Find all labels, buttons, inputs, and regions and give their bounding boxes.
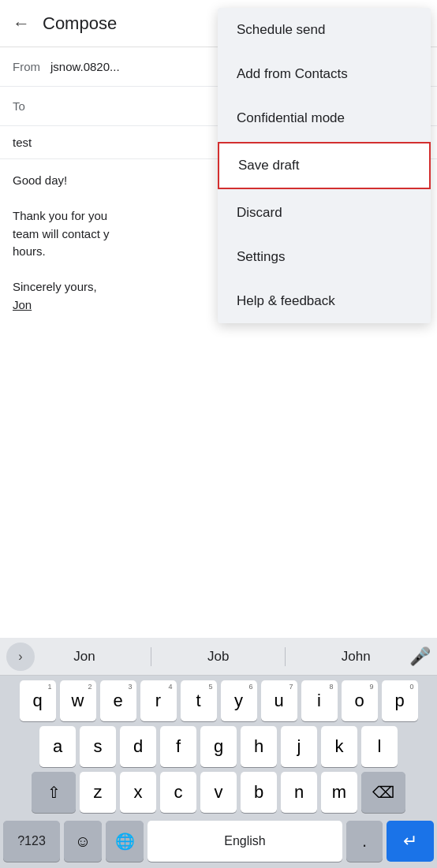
space-key[interactable]: English — [148, 821, 342, 862]
key-j[interactable]: j — [281, 726, 317, 767]
dropdown-menu: Schedule send Add from Contacts Confiden… — [218, 8, 431, 323]
key-q[interactable]: 1q — [20, 680, 56, 721]
key-s[interactable]: s — [80, 726, 116, 767]
keyboard: › Jon Job John 🎤 1q 2w 3e 4r 5t 6y 7u 8i… — [0, 638, 437, 868]
period-key[interactable]: . — [346, 821, 383, 862]
autocomplete-words: Jon Job John — [41, 647, 403, 666]
key-n[interactable]: n — [281, 772, 317, 813]
key-o[interactable]: 9o — [342, 680, 378, 721]
key-m[interactable]: m — [321, 772, 357, 813]
menu-item-add-contacts[interactable]: Add from Contacts — [218, 52, 431, 96]
dropdown-overlay[interactable]: Schedule send Add from Contacts Confiden… — [0, 0, 437, 505]
key-t[interactable]: 5t — [181, 680, 217, 721]
autocomplete-expand-button[interactable]: › — [6, 643, 35, 671]
key-i[interactable]: 8i — [301, 680, 338, 721]
globe-key[interactable]: 🌐 — [106, 821, 144, 862]
key-y[interactable]: 6y — [221, 680, 257, 721]
key-z[interactable]: z — [80, 772, 116, 813]
key-g[interactable]: g — [200, 726, 237, 767]
key-row-1: 1q 2w 3e 4r 5t 6y 7u 8i 9o 0p — [3, 680, 434, 721]
autocomplete-word-2[interactable]: John — [332, 649, 380, 665]
autocomplete-bar: › Jon Job John 🎤 — [0, 638, 437, 676]
key-f[interactable]: f — [160, 726, 196, 767]
key-v[interactable]: v — [200, 772, 237, 813]
autocomplete-word-0[interactable]: Jon — [64, 649, 104, 665]
key-p[interactable]: 0p — [382, 680, 418, 721]
key-u[interactable]: 7u — [261, 680, 297, 721]
menu-item-help-feedback[interactable]: Help & feedback — [218, 279, 431, 323]
key-k[interactable]: k — [321, 726, 357, 767]
key-row-2: a s d f g h j k l — [3, 726, 434, 767]
key-c[interactable]: c — [160, 772, 196, 813]
mic-button[interactable]: 🎤 — [409, 646, 431, 667]
key-a[interactable]: a — [39, 726, 76, 767]
menu-item-save-draft[interactable]: Save draft — [218, 142, 431, 189]
enter-key[interactable]: ↵ — [387, 821, 434, 862]
key-l[interactable]: l — [361, 726, 398, 767]
key-rows: 1q 2w 3e 4r 5t 6y 7u 8i 9o 0p a s d f g … — [0, 676, 437, 821]
key-x[interactable]: x — [120, 772, 156, 813]
bottom-row: ?123 ☺ 🌐 English . ↵ — [0, 821, 437, 868]
menu-item-schedule-send[interactable]: Schedule send — [218, 8, 431, 52]
key-row-3: ⇧ z x c v b n m ⌫ — [3, 772, 434, 813]
menu-item-settings[interactable]: Settings — [218, 235, 431, 279]
menu-item-confidential-mode[interactable]: Confidential mode — [218, 96, 431, 140]
emoji-key[interactable]: ☺ — [64, 821, 102, 862]
autocomplete-divider-2 — [285, 647, 286, 666]
key-w[interactable]: 2w — [60, 680, 96, 721]
key-d[interactable]: d — [120, 726, 156, 767]
key-h[interactable]: h — [241, 726, 277, 767]
shift-key[interactable]: ⇧ — [32, 772, 76, 813]
key-b[interactable]: b — [241, 772, 277, 813]
autocomplete-divider-1 — [151, 647, 151, 666]
autocomplete-word-1[interactable]: Job — [198, 649, 238, 665]
num-key[interactable]: ?123 — [3, 821, 60, 862]
menu-item-discard[interactable]: Discard — [218, 191, 431, 235]
backspace-key[interactable]: ⌫ — [361, 772, 405, 813]
key-r[interactable]: 4r — [140, 680, 177, 721]
key-e[interactable]: 3e — [100, 680, 136, 721]
